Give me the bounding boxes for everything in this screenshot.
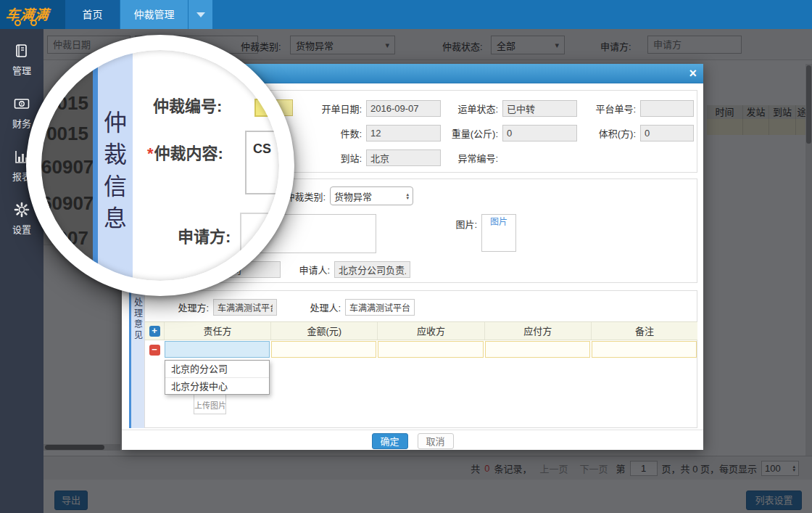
magnified-arbitration-no-input xyxy=(254,99,279,117)
magnified-order-number: 0015 xyxy=(41,123,93,145)
ok-button[interactable]: 确定 xyxy=(372,433,408,449)
magnifier-lens: 015 0015 60907 60907 907 仲 裁 信 息 仲裁编号: *… xyxy=(26,35,294,296)
caret-down-icon xyxy=(196,12,205,17)
gear-icon xyxy=(13,201,30,218)
app-logo[interactable]: 车满满 xyxy=(0,0,65,29)
receivable-party-input[interactable] xyxy=(378,341,483,358)
column-header: 金额(元) xyxy=(270,322,377,340)
magnified-content-label: 仲裁内容: xyxy=(154,144,223,163)
column-header: 应收方 xyxy=(377,322,484,340)
magnified-applicant-label: 申请方: xyxy=(178,223,231,247)
book-icon xyxy=(13,42,30,59)
add-row-button[interactable]: + xyxy=(149,326,160,337)
opinion-table-row: − xyxy=(145,340,697,360)
platform-no-input[interactable] xyxy=(640,100,694,117)
sidebar: 管理 财务 报表 设置 xyxy=(0,29,44,513)
applicant-person-label: 申请人: xyxy=(294,263,330,276)
dropdown-option[interactable]: 北京分拨中心 xyxy=(165,377,269,394)
column-header: 备注 xyxy=(591,322,697,340)
tab-home[interactable]: 首页 xyxy=(65,0,120,29)
logo-text: 车满满 xyxy=(5,4,51,23)
magnified-content-textarea: CS xyxy=(245,131,279,194)
abnormal-no-label: 异常编号: xyxy=(389,151,498,165)
opinion-section-label: 处理意见 xyxy=(129,290,144,428)
required-mark: * xyxy=(147,144,154,163)
image-upload-box[interactable]: 图片 xyxy=(481,214,516,252)
magnified-order-number: 015 xyxy=(41,92,93,115)
close-icon[interactable]: × xyxy=(689,65,697,81)
magnified-content-value: CS xyxy=(253,141,279,157)
opinion-table: + 责任方 金额(元) 应收方 应付方 备注 − xyxy=(145,321,697,360)
handler-person-label: 处理人: xyxy=(297,300,341,314)
sidebar-item-label: 设置 xyxy=(12,222,31,236)
waybill-status-label: 运单状态: xyxy=(389,102,498,115)
applicant-person-input[interactable] xyxy=(334,261,410,278)
dropdown-option[interactable]: 北京的分公司 xyxy=(165,361,269,377)
arbitration-category-select[interactable]: 货物异常 ▴▾ xyxy=(330,186,413,205)
volume-label: 体积(方): xyxy=(527,126,636,140)
remark-input[interactable] xyxy=(592,341,697,358)
volume-input[interactable] xyxy=(640,125,694,141)
dialog-footer: 确定 取消 xyxy=(122,430,703,450)
sidebar-item-management[interactable]: 管理 xyxy=(0,42,44,95)
handler-party-label: 处理方: xyxy=(152,300,209,314)
responsible-party-dropdown: 北京的分公司 北京分拨中心 xyxy=(165,360,270,395)
remove-row-button[interactable]: − xyxy=(149,345,160,356)
tab-dropdown[interactable] xyxy=(188,0,212,29)
platform-no-label: 平台单号: xyxy=(527,102,636,115)
responsible-party-input[interactable] xyxy=(165,341,270,358)
truck-wheel-icon xyxy=(30,20,37,26)
column-header: 应付方 xyxy=(484,322,591,340)
opinion-box: 处理方: 处理人: + 责任方 金额(元) 应收方 应付方 备注 − xyxy=(144,290,697,428)
app-window: 仲裁类别: 货物异常 ▾ 仲裁状态: 全部 ▾ 申请方: 0015 0015 1… xyxy=(0,0,812,513)
image-link[interactable]: 图片 xyxy=(490,217,508,227)
payable-party-input[interactable] xyxy=(485,341,590,358)
cancel-button[interactable]: 取消 xyxy=(418,433,454,449)
money-icon xyxy=(13,95,30,112)
upload-label: 上传图片 xyxy=(194,399,225,411)
image-label: 图片: xyxy=(448,214,477,231)
handler-person-input[interactable] xyxy=(345,299,415,316)
weight-label: 重量(公斤): xyxy=(389,126,498,140)
opinion-table-header: + 责任方 金额(元) 应收方 应付方 备注 xyxy=(145,321,697,340)
magnified-order-number: 60907 xyxy=(41,192,93,215)
sidebar-item-label: 财务 xyxy=(12,116,31,130)
magnified-order-number: 60907 xyxy=(41,156,93,178)
column-header: 责任方 xyxy=(164,322,270,340)
category-value: 货物异常 xyxy=(334,189,406,203)
truck-wheel-icon xyxy=(14,20,21,26)
tab-arbitration[interactable]: 仲裁管理 xyxy=(120,0,188,29)
magnified-section-label: 仲 裁 信 息 xyxy=(98,50,133,281)
spinner-icon: ▴▾ xyxy=(406,192,409,200)
magnified-section-border xyxy=(93,50,98,281)
magnified-arbitration-no-label: 仲裁编号: xyxy=(153,93,222,116)
sidebar-item-label: 管理 xyxy=(12,63,31,77)
topbar: 车满满 首页 仲裁管理 xyxy=(0,0,812,29)
magnifier-content: 015 0015 60907 60907 907 仲 裁 信 息 仲裁编号: *… xyxy=(41,50,279,281)
amount-input[interactable] xyxy=(271,341,376,358)
handler-party-input[interactable] xyxy=(213,299,277,316)
